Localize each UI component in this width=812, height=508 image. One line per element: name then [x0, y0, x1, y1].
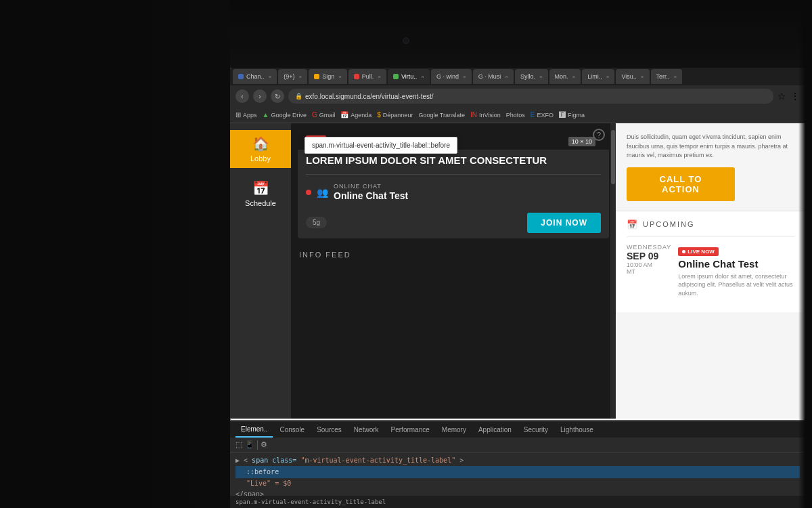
browser-tab[interactable]: Sign ×	[309, 69, 347, 84]
toolbar-divider	[257, 440, 258, 450]
devtools-tab-lighthouse[interactable]: Lighthouse	[555, 421, 599, 438]
extension-icons: ☆ ⋮	[777, 91, 800, 102]
chat-icon: 👥	[317, 187, 328, 198]
tab-close-icon[interactable]: ×	[674, 74, 677, 80]
browser-tab[interactable]: Visu.. ×	[616, 69, 649, 84]
event-card: WEDNESDAY SEP 09 10:00 AM MT L	[627, 236, 794, 305]
tab-close-icon[interactable]: ×	[298, 74, 302, 80]
devtools-tab-memory[interactable]: Memory	[436, 421, 472, 438]
inspector-size-label: 10 × 10	[568, 137, 595, 146]
devtools-tab-performance[interactable]: Performance	[386, 421, 435, 438]
join-now-button[interactable]: JOIN NOW	[527, 213, 601, 233]
inspector-tooltip: span.m-virtual-event-activity_title-labe…	[304, 137, 457, 154]
inspect-icon[interactable]: ⬚	[235, 440, 242, 449]
browser-tab[interactable]: (9+) ×	[278, 69, 307, 84]
upcoming-label: 📅 UPCOMING	[627, 219, 794, 230]
tab-close-icon[interactable]: ×	[421, 74, 424, 80]
browser-tab[interactable]: Syllo. ×	[515, 69, 548, 84]
browser-chrome: Chan.. × (9+) × Sign × Pull. ×	[230, 68, 805, 123]
devtools-tab-elements[interactable]: Elemen..	[235, 421, 273, 438]
browser-tab[interactable]: G · Musi ×	[473, 69, 514, 84]
tab-close-icon[interactable]: ×	[641, 74, 644, 80]
tab-close-icon[interactable]: ×	[338, 74, 342, 80]
tab-close-icon[interactable]: ×	[505, 74, 508, 80]
live-now-badge: LIVE NOW	[678, 247, 719, 256]
sidebar-item-lobby[interactable]: 🏠 Lobby	[230, 130, 291, 168]
browser-tab[interactable]: Chan.. ×	[233, 69, 277, 84]
bookmark-invision[interactable]: IN InVision	[470, 111, 501, 119]
scrollbar-thumb[interactable]	[611, 130, 615, 184]
page-content: 🏠 Lobby 📅 Schedule span.m-virtual-event-…	[230, 123, 805, 419]
cta-button[interactable]: CALL TO ACTION	[627, 167, 735, 201]
menu-icon[interactable]: ⋮	[790, 91, 800, 102]
browser-tab[interactable]: Pull. ×	[348, 69, 386, 84]
browser-tab[interactable]: Terr.. ×	[651, 69, 683, 84]
breadcrumb-text: span.m-virtual-event-activity_title-labe…	[235, 499, 386, 505]
help-icon[interactable]: ?	[593, 129, 605, 141]
calendar-icon: 📅	[252, 180, 269, 196]
bookmark-apps[interactable]: ⊞ Apps	[235, 111, 257, 119]
code-line: ▶ < span class= "m-virtual-event-activit…	[235, 455, 800, 466]
tab-close-icon[interactable]: ×	[463, 74, 466, 80]
browser-tab[interactable]: Mon. ×	[549, 69, 581, 84]
bookmark-figma[interactable]: 🅵 Figma	[559, 111, 585, 119]
scrollbar-track[interactable]	[610, 123, 616, 419]
bookmark-google-drive[interactable]: ▲ Google Drive	[263, 111, 307, 119]
tab-close-icon[interactable]: ×	[539, 74, 543, 80]
tag-badge: 5g	[306, 217, 327, 228]
event-date: WEDNESDAY SEP 09 10:00 AM MT	[627, 244, 671, 298]
tab-close-icon[interactable]: ×	[606, 74, 610, 80]
tab-close-icon[interactable]: ×	[269, 74, 272, 80]
laptop-frame: Chan.. × (9+) × Sign × Pull. ×	[0, 0, 812, 508]
extension-icon[interactable]: ☆	[777, 91, 786, 102]
devtools-tab-sources[interactable]: Sources	[311, 421, 347, 438]
devtools-tabs: Elemen.. Console Sources Network Perform…	[230, 421, 805, 438]
upcoming-calendar-icon: 📅	[627, 219, 639, 230]
right-panel: Duis sollicitudin, quam eget viverra tin…	[616, 123, 805, 419]
browser-tab[interactable]: G · wind ×	[431, 69, 472, 84]
bookmark-agenda[interactable]: 📅 Agenda	[340, 111, 371, 119]
browser-toolbar: ‹ › ↻ 🔒 exfo.local.sigmund.ca/en/virtual…	[230, 85, 805, 107]
tab-close-icon[interactable]: ×	[378, 74, 381, 80]
sidebar-item-schedule[interactable]: 📅 Schedule	[230, 175, 291, 213]
browser-tab-active[interactable]: Virtu.. ×	[388, 69, 430, 84]
browser-tabs-row1: Chan.. × (9+) × Sign × Pull. ×	[230, 68, 805, 85]
event-info: LIVE NOW Online Chat Test Lorem ipsum do…	[678, 244, 794, 298]
inspector-selector: span.m-virtual-event-activity_title-labe…	[312, 142, 450, 149]
info-feed-label: INFO FEED	[291, 245, 616, 264]
upcoming-section: 📅 UPCOMING WEDNESDAY SEP 09 10:00 AM MT	[616, 211, 805, 313]
bookmark-gmail[interactable]: G Gmail	[312, 111, 335, 119]
devtools-tab-security[interactable]: Security	[518, 421, 554, 438]
bookmarks-bar: ⊞ Apps ▲ Google Drive G Gmail 📅 Agenda $	[230, 107, 805, 123]
upcoming-text: UPCOMING	[643, 220, 695, 228]
bookmark-depanneur[interactable]: $ Dépanneur	[377, 111, 413, 119]
forward-button[interactable]: ›	[253, 89, 267, 103]
devtools-tab-network[interactable]: Network	[348, 421, 384, 438]
activity-footer: 5g JOIN NOW	[298, 207, 609, 238]
filter-icon[interactable]: ⚙	[261, 440, 267, 449]
live-dot	[682, 250, 685, 253]
online-indicator	[306, 190, 311, 195]
device-icon[interactable]: 📱	[245, 440, 254, 449]
back-button[interactable]: ‹	[235, 89, 249, 103]
address-bar[interactable]: 🔒 exfo.local.sigmund.ca/en/virtual-event…	[288, 89, 773, 104]
event-date-row: WEDNESDAY SEP 09 10:00 AM MT L	[627, 244, 794, 298]
bookmark-photos[interactable]: Photos	[506, 112, 525, 119]
devtools-breadcrumb: span.m-virtual-event-activity_title-labe…	[230, 496, 805, 508]
url-text: exfo.local.sigmund.ca/en/virtual-event-t…	[305, 93, 434, 100]
bookmark-translate[interactable]: Google Translate	[418, 112, 465, 119]
chat-info: ONLINE CHAT Online Chat Test	[334, 183, 408, 202]
tab-close-icon[interactable]: ×	[572, 74, 576, 80]
refresh-button[interactable]: ↻	[271, 89, 284, 103]
chat-name: Online Chat Test	[334, 190, 408, 201]
event-desc: Lorem ipsum dolor sit amet, consectetur …	[678, 272, 794, 298]
devtools-tab-application[interactable]: Application	[473, 421, 517, 438]
devtools-tab-console[interactable]: Console	[274, 421, 310, 438]
devtools-toolbar: ⬚ 📱 ⚙	[230, 438, 805, 452]
sidebar-item-label: Lobby	[250, 154, 271, 163]
event-weekday: WEDNESDAY	[627, 244, 671, 251]
home-icon: 🏠	[252, 135, 269, 152]
sidebar-item-label: Schedule	[245, 199, 276, 207]
browser-tab[interactable]: Limi.. ×	[582, 69, 614, 84]
bookmark-exfo[interactable]: E EXFO	[531, 111, 554, 119]
